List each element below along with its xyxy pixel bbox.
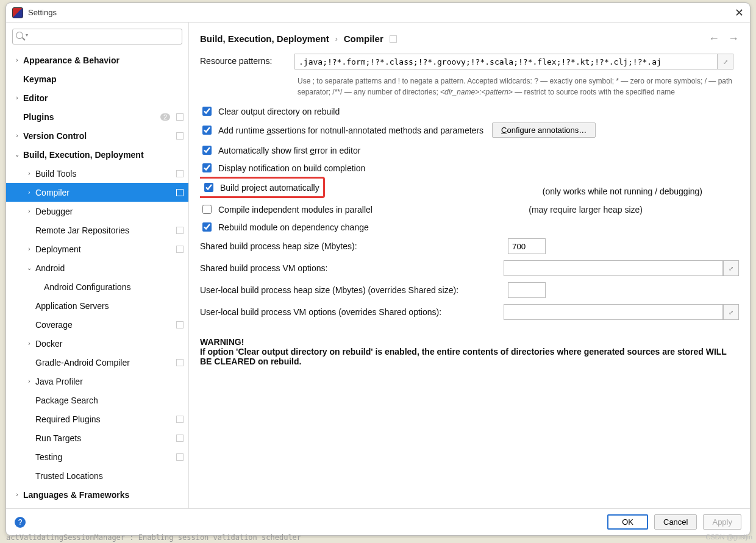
sidebar-item-label: Debugger bbox=[35, 207, 184, 216]
highlighted-option: Build project automatically bbox=[200, 177, 325, 198]
apply-button[interactable]: Apply bbox=[703, 514, 741, 530]
scope-indicator-icon bbox=[176, 359, 184, 366]
sidebar-item-android-configurations[interactable]: Android Configurations bbox=[6, 277, 188, 296]
scope-indicator-icon bbox=[176, 435, 184, 442]
chevron-right-icon[interactable]: › bbox=[26, 340, 33, 347]
watermark: CSDN @gusijin bbox=[705, 533, 752, 538]
warning-block: WARNING! If option 'Clear output directo… bbox=[200, 337, 739, 366]
chevron-right-icon[interactable]: › bbox=[26, 246, 33, 252]
sidebar-item-build-tools[interactable]: ›Build Tools bbox=[6, 164, 188, 183]
search-input[interactable] bbox=[12, 29, 182, 44]
shared-heap-input[interactable] bbox=[508, 238, 546, 254]
sidebar-item-required-plugins[interactable]: Required Plugins bbox=[6, 410, 188, 428]
chevron-down-icon: ▾ bbox=[26, 32, 28, 38]
background-log: actValidatingSessionManager : Enabling s… bbox=[6, 533, 301, 538]
shared-heap-label: Shared build process heap size (Mbytes): bbox=[200, 241, 502, 251]
sidebar-item-package-search[interactable]: Package Search bbox=[6, 391, 188, 410]
sidebar-item-docker[interactable]: ›Docker bbox=[6, 334, 188, 353]
sidebar-item-gradle-android-compiler[interactable]: Gradle-Android Compiler bbox=[6, 353, 188, 372]
show-first-error-checkbox[interactable] bbox=[202, 146, 212, 155]
sidebar-item-label: Deployment bbox=[35, 244, 174, 254]
sidebar-item-label: Build, Execution, Deployment bbox=[23, 150, 184, 160]
runtime-assertions-checkbox[interactable] bbox=[202, 126, 212, 135]
sidebar-item-label: Testing bbox=[35, 452, 174, 462]
sidebar-item-label: Gradle-Android Compiler bbox=[35, 358, 174, 367]
sidebar-item-keymap[interactable]: Keymap bbox=[6, 69, 188, 88]
sidebar-item-compiler[interactable]: ›Compiler bbox=[6, 183, 188, 202]
chevron-right-icon[interactable]: › bbox=[13, 57, 21, 63]
resource-patterns-label: Resource patterns: bbox=[200, 54, 288, 66]
sidebar-item-appearance-behavior[interactable]: ›Appearance & Behavior bbox=[6, 51, 188, 69]
sidebar-item-deployment[interactable]: ›Deployment bbox=[6, 240, 188, 258]
chevron-right-icon[interactable]: › bbox=[26, 189, 33, 196]
sidebar-item-trusted-locations[interactable]: Trusted Locations bbox=[6, 466, 188, 485]
scope-indicator-icon bbox=[176, 416, 184, 423]
sidebar-item-label: Java Profiler bbox=[35, 377, 184, 386]
sidebar-item-label: Required Plugins bbox=[35, 414, 174, 424]
chevron-right-icon[interactable]: › bbox=[13, 132, 21, 139]
expand-icon[interactable]: ⤢ bbox=[723, 260, 739, 276]
shared-vm-label: Shared build process VM options: bbox=[200, 263, 497, 273]
sidebar-item-java-profiler[interactable]: ›Java Profiler bbox=[6, 372, 188, 391]
titlebar: Settings ✕ bbox=[6, 3, 750, 23]
sidebar-item-languages-frameworks[interactable]: ›Languages & Frameworks bbox=[6, 485, 188, 504]
build-auto-checkbox[interactable] bbox=[204, 183, 213, 192]
sidebar-item-coverage[interactable]: Coverage bbox=[6, 315, 188, 334]
chevron-right-icon[interactable]: › bbox=[26, 170, 33, 177]
clear-output-checkbox[interactable] bbox=[202, 107, 212, 116]
breadcrumb-parent[interactable]: Build, Execution, Deployment bbox=[200, 34, 329, 44]
warning-heading: WARNING! bbox=[200, 337, 244, 347]
user-heap-input[interactable] bbox=[508, 282, 546, 298]
build-auto-note: (only works while not running / debuggin… bbox=[543, 186, 702, 196]
sidebar-item-remote-jar-repositories[interactable]: Remote Jar Repositories bbox=[6, 221, 188, 240]
breadcrumb-current: Compiler bbox=[344, 34, 383, 44]
scope-indicator-icon bbox=[176, 321, 184, 328]
chevron-right-icon[interactable]: › bbox=[26, 378, 33, 385]
settings-tree[interactable]: ›Appearance & BehaviorKeymap›EditorPlugi… bbox=[6, 51, 188, 508]
chevron-down-icon[interactable]: ⌄ bbox=[13, 151, 21, 158]
compile-parallel-label: Compile independent modules in parallel bbox=[218, 205, 373, 215]
sidebar-item-debugger[interactable]: ›Debugger bbox=[6, 202, 188, 221]
sidebar-item-plugins[interactable]: Plugins2 bbox=[6, 107, 188, 126]
display-notification-checkbox[interactable] bbox=[202, 163, 212, 172]
expand-icon[interactable]: ⤢ bbox=[723, 304, 739, 320]
sidebar-item-label: Android Configurations bbox=[44, 282, 184, 292]
nav-back-icon[interactable]: ← bbox=[708, 32, 719, 45]
sidebar-item-label: Keymap bbox=[23, 74, 184, 84]
chevron-right-icon[interactable]: › bbox=[13, 94, 21, 101]
rebuild-dep-checkbox[interactable] bbox=[202, 222, 212, 232]
sidebar-item-version-control[interactable]: ›Version Control bbox=[6, 126, 188, 145]
resource-patterns-hint: Use ; to separate patterns and ! to nega… bbox=[298, 76, 736, 98]
show-first-error-label: Automatically show first error in editor bbox=[218, 146, 360, 155]
close-icon[interactable]: ✕ bbox=[735, 6, 744, 20]
sidebar-item-editor[interactable]: ›Editor bbox=[6, 88, 188, 107]
sidebar-item-application-servers[interactable]: Application Servers bbox=[6, 296, 188, 315]
help-icon[interactable]: ? bbox=[15, 517, 26, 528]
compile-parallel-note: (may require larger heap size) bbox=[529, 205, 643, 215]
ok-button[interactable]: OK bbox=[607, 514, 648, 530]
sidebar-item-run-targets[interactable]: Run Targets bbox=[6, 428, 188, 447]
app-logo-icon bbox=[12, 7, 23, 18]
sidebar-item-label: Android bbox=[35, 263, 184, 273]
resource-patterns-input[interactable] bbox=[294, 54, 718, 69]
sidebar-item-label: Version Control bbox=[23, 131, 174, 141]
sidebar-item-label: Application Servers bbox=[35, 301, 184, 311]
shared-vm-input[interactable] bbox=[504, 260, 723, 276]
chevron-right-icon[interactable]: › bbox=[13, 491, 21, 498]
cancel-button[interactable]: Cancel bbox=[654, 514, 697, 530]
user-vm-input[interactable] bbox=[504, 304, 723, 320]
search-wrap: ▾ bbox=[6, 23, 188, 51]
sidebar-item-build-execution-deployment[interactable]: ⌄Build, Execution, Deployment bbox=[6, 145, 188, 164]
scope-indicator-icon bbox=[176, 246, 184, 253]
configure-annotations-button[interactable]: Configure annotations… bbox=[492, 122, 596, 138]
sidebar-item-android[interactable]: ⌄Android bbox=[6, 258, 188, 277]
nav-forward-icon[interactable]: → bbox=[728, 32, 739, 45]
compiler-form: Resource patterns: ⤢ Use ; to separate p… bbox=[200, 54, 739, 503]
sidebar-item-testing[interactable]: Testing bbox=[6, 447, 188, 466]
expand-icon[interactable]: ⤢ bbox=[718, 54, 733, 69]
chevron-right-icon[interactable]: › bbox=[26, 208, 33, 215]
chevron-right-icon: › bbox=[335, 35, 338, 43]
footer: ? OK Cancel Apply bbox=[6, 508, 750, 535]
chevron-down-icon[interactable]: ⌄ bbox=[26, 264, 33, 271]
compile-parallel-checkbox[interactable] bbox=[202, 205, 212, 214]
